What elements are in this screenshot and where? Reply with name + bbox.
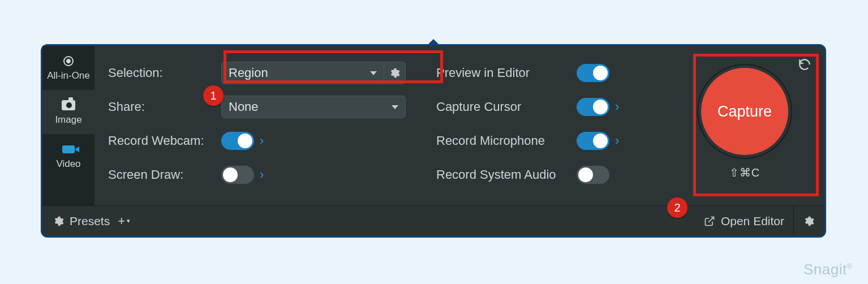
mic-label: Record Microphone	[436, 134, 577, 148]
undo-icon	[797, 57, 812, 72]
panel-body: All-in-One Image Video Selection: Region	[42, 46, 824, 205]
sysaudio-toggle[interactable]	[577, 166, 609, 184]
mode-sidebar: All-in-One Image Video	[42, 46, 94, 205]
settings-column-right: Preview in Editor Capture Cursor › Recor…	[436, 56, 674, 200]
mic-expand[interactable]: ›	[615, 134, 619, 148]
sidebar-item-video[interactable]: Video	[42, 134, 94, 178]
presets-label[interactable]: Presets	[70, 214, 110, 228]
selection-label: Selection:	[108, 66, 221, 80]
chevron-down-icon	[370, 71, 377, 75]
row-mic: Record Microphone ›	[436, 124, 674, 158]
settings-area: Selection: Region Share: None	[94, 46, 824, 205]
video-icon	[62, 143, 75, 156]
selection-value: Region	[229, 66, 268, 80]
sidebar-item-label: Image	[55, 114, 81, 126]
row-cursor: Capture Cursor ›	[436, 90, 674, 124]
gear-icon	[803, 216, 814, 227]
sidebar-item-label: All-in-One	[47, 70, 90, 81]
chevron-down-icon: ▾	[127, 217, 130, 225]
all-in-one-icon	[62, 54, 75, 68]
bottom-bar: Presets +▾ Open Editor	[42, 205, 824, 236]
cursor-toggle[interactable]	[577, 98, 609, 116]
watermark: Snagit®	[803, 261, 852, 278]
cursor-expand[interactable]: ›	[615, 100, 619, 114]
chevron-down-icon	[392, 105, 398, 109]
webcam-toggle[interactable]	[221, 132, 254, 150]
sysaudio-label: Record System Audio	[436, 167, 577, 182]
settings-column-left: Selection: Region Share: None	[108, 56, 436, 200]
capture-button-label: Capture	[717, 103, 772, 121]
sidebar-item-label: Video	[56, 158, 80, 170]
webcam-label: Record Webcam:	[108, 134, 221, 148]
open-editor-button[interactable]: Open Editor	[704, 206, 794, 236]
preview-toggle[interactable]	[577, 64, 609, 82]
settings-button[interactable]	[794, 216, 814, 227]
reset-button[interactable]	[796, 56, 813, 73]
camera-icon	[62, 98, 75, 112]
capture-shortcut: ⇧⌘C	[729, 166, 760, 179]
sidebar-item-all-in-one[interactable]: All-in-One	[42, 46, 94, 90]
gear-icon	[53, 216, 64, 227]
webcam-expand[interactable]: ›	[260, 134, 264, 148]
capture-column: Capture ⇧⌘C	[674, 56, 815, 200]
add-preset-button[interactable]: +▾	[118, 214, 130, 229]
open-editor-label: Open Editor	[721, 214, 784, 228]
screendraw-label: Screen Draw:	[108, 167, 221, 182]
gear-icon	[389, 67, 400, 79]
share-label: Share:	[108, 100, 221, 114]
share-dropdown[interactable]: None	[221, 96, 406, 118]
selection-settings-button[interactable]	[383, 62, 406, 84]
presets-gear-icon[interactable]	[53, 216, 64, 227]
row-screendraw: Screen Draw: ›	[108, 158, 436, 192]
selection-dropdown[interactable]: Region	[221, 62, 384, 84]
preview-label: Preview in Editor	[436, 66, 577, 80]
capture-panel: All-in-One Image Video Selection: Region	[41, 44, 826, 238]
share-value: None	[229, 100, 259, 114]
open-external-icon	[704, 216, 715, 227]
cursor-label: Capture Cursor	[436, 100, 577, 114]
row-sysaudio: Record System Audio	[436, 158, 674, 192]
screendraw-toggle[interactable]	[221, 166, 254, 184]
row-selection: Selection: Region	[108, 56, 436, 90]
sidebar-item-image[interactable]: Image	[42, 90, 94, 134]
mic-toggle[interactable]	[577, 132, 609, 150]
row-webcam: Record Webcam: ›	[108, 124, 436, 158]
screendraw-expand[interactable]: ›	[260, 167, 264, 182]
row-preview: Preview in Editor	[436, 56, 674, 90]
capture-button[interactable]: Capture	[698, 65, 791, 158]
row-share: Share: None	[108, 90, 436, 124]
